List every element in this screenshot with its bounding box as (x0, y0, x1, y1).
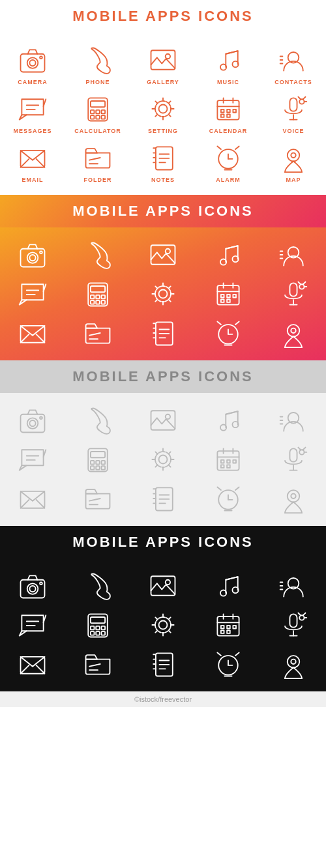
section-4: MOBILE APPS ICONS (0, 526, 326, 691)
svg-rect-126 (96, 466, 100, 470)
icon-item-voice: VOICE (261, 88, 326, 137)
icon-item-notes (130, 312, 196, 351)
header-1: MOBILE APPS ICONS (0, 0, 326, 33)
svg-rect-175 (91, 617, 105, 623)
icon-item-setting (130, 604, 196, 643)
svg-line-89 (298, 282, 301, 285)
svg-point-142 (299, 450, 304, 454)
icon-item-gallery (130, 565, 196, 604)
svg-line-94 (37, 334, 45, 343)
svg-point-88 (299, 284, 304, 289)
icon-item-voice (261, 273, 326, 312)
icon-item-calendar: CALENDAR (196, 88, 261, 137)
icon-label-email: EMAIL (22, 177, 44, 183)
svg-rect-137 (221, 465, 224, 468)
svg-rect-13 (91, 101, 105, 107)
icon-item-calculator (65, 604, 130, 643)
icon-item-folder (65, 312, 130, 351)
icon-item-calendar (196, 273, 261, 312)
svg-rect-18 (96, 115, 100, 119)
icon-item-email (0, 643, 65, 682)
svg-rect-17 (91, 115, 95, 119)
svg-point-213 (288, 656, 299, 667)
icon-item-setting (130, 439, 196, 478)
svg-rect-124 (102, 461, 106, 465)
svg-line-144 (303, 448, 306, 450)
icon-item-calendar (196, 439, 261, 478)
icon-item-folder (65, 643, 130, 682)
svg-rect-134 (221, 460, 224, 463)
svg-point-52 (291, 153, 295, 158)
svg-line-36 (303, 97, 306, 100)
svg-rect-190 (233, 626, 236, 629)
svg-point-163 (27, 583, 38, 594)
svg-rect-82 (233, 295, 236, 298)
icon-item-music (196, 234, 261, 273)
icon-label-calendar: CALENDAR (209, 128, 248, 134)
icon-label-phone: PHONE (85, 79, 110, 85)
icon-label-calculator: CALCULATOR (74, 128, 121, 134)
svg-point-196 (299, 615, 304, 620)
icon-item-calculator (65, 439, 130, 478)
svg-rect-180 (96, 631, 100, 635)
svg-rect-138 (227, 465, 230, 468)
icon-item-folder (65, 478, 130, 517)
icon-item-setting (130, 273, 196, 312)
icon-item-music (196, 399, 261, 439)
svg-rect-30 (227, 114, 230, 117)
icon-item-folder: FOLDER (65, 137, 130, 186)
svg-point-74 (159, 290, 168, 298)
icon-item-contacts (261, 234, 326, 273)
section-3: MOBILE APPS ICONS (0, 360, 326, 526)
svg-rect-16 (102, 110, 106, 114)
svg-rect-178 (102, 626, 106, 630)
svg-rect-189 (227, 626, 230, 629)
icon-item-voice (261, 439, 326, 478)
svg-line-197 (298, 613, 301, 616)
icon-item-gallery (130, 399, 196, 439)
svg-rect-135 (227, 460, 230, 463)
icon-label-contacts: CONTACTS (274, 79, 312, 85)
svg-point-56 (29, 255, 35, 261)
icon-item-camera (0, 565, 65, 604)
svg-rect-125 (91, 466, 95, 470)
icon-item-phone (65, 399, 130, 439)
icon-item-calculator (65, 273, 130, 312)
icon-item-email (0, 312, 65, 351)
icon-item-messages (0, 273, 65, 312)
icon-item-gallery: GALLERY (130, 39, 196, 88)
svg-line-116 (226, 411, 237, 414)
svg-rect-19 (102, 115, 106, 119)
svg-line-147 (21, 500, 29, 508)
icon-item-messages (0, 604, 65, 643)
icon-item-map (261, 312, 326, 351)
svg-line-148 (37, 500, 45, 508)
icon-item-camera: CAMERA (0, 39, 65, 88)
svg-point-105 (288, 325, 299, 336)
svg-point-167 (166, 580, 170, 585)
svg-line-202 (37, 665, 45, 674)
svg-rect-127 (102, 466, 106, 470)
svg-rect-14 (91, 110, 95, 114)
icon-item-camera (0, 234, 65, 273)
svg-point-55 (27, 252, 38, 263)
icon-item-gallery (130, 234, 196, 273)
svg-line-201 (21, 665, 29, 674)
svg-rect-31 (289, 98, 297, 111)
svg-rect-73 (102, 300, 106, 304)
svg-point-109 (27, 418, 38, 429)
svg-point-51 (288, 149, 299, 161)
svg-rect-72 (96, 300, 100, 304)
svg-line-93 (21, 334, 29, 343)
svg-rect-69 (96, 295, 100, 299)
svg-line-95 (89, 333, 100, 336)
icon-label-alarm: ALARM (216, 177, 241, 183)
svg-rect-192 (227, 630, 230, 633)
icon-item-contacts (261, 399, 326, 439)
svg-point-57 (40, 251, 42, 253)
icon-label-gallery: GALLERY (147, 79, 179, 85)
icon-label-notes: NOTES (151, 177, 175, 183)
icon-item-calendar (196, 604, 261, 643)
svg-rect-84 (227, 299, 230, 302)
svg-rect-28 (233, 109, 236, 113)
